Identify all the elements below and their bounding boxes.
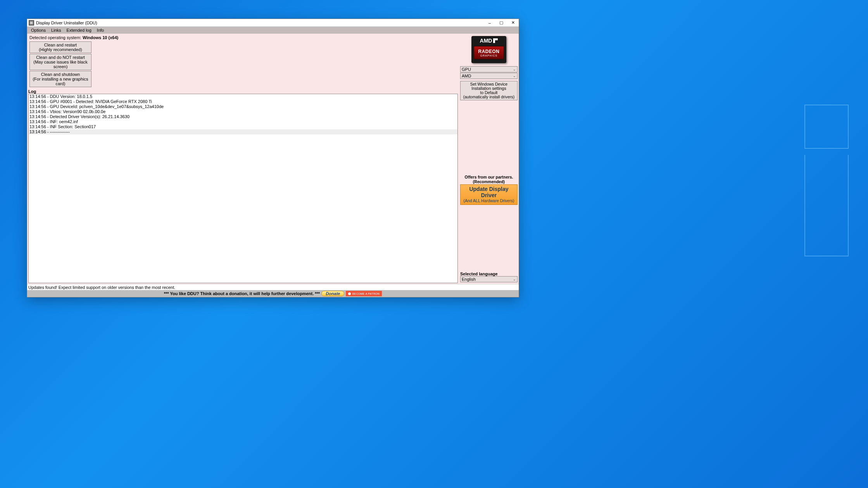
language-value: English [462,277,476,282]
log-entry[interactable]: 13:14:56 - DDU Version: 18.0.1.5 [29,94,457,99]
vendor-dropdown[interactable]: AMD ⌄ [460,73,518,79]
btn-line2: (Highly recommended) [30,47,91,52]
desktop-windows-logo [748,105,849,201]
log-entry[interactable]: 13:14:56 - GPU #0001 - Detected: NVIDIA … [29,99,457,104]
btn-line2: (May cause issues like black screen) [30,60,91,69]
device-type-value: GPU [462,67,471,72]
btn-line2: (For installing a new graphics card) [30,77,91,86]
set-defaults-button[interactable]: Set Windows Device Installation settings… [460,81,518,100]
donate-button[interactable]: Donate [321,291,344,296]
btn-line1: Clean and restart [30,43,91,47]
chevron-down-icon: ⌄ [513,67,516,71]
log-label: Log [28,89,458,94]
donate-message: *** You like DDU? Think about a donation… [164,291,320,296]
titlebar: Display Driver Uninstaller (DDU) – ▢ ✕ [27,19,519,27]
chevron-down-icon: ⌄ [513,74,516,78]
status-text: Updates found! Expect limited support on… [28,285,175,290]
minimize-button[interactable]: – [484,19,495,26]
donate-label: Donate [326,291,340,296]
update-driver-button[interactable]: Update Display Driver (And ALL Hardware … [460,184,518,205]
left-column: Detected operating system: Windows 10 (x… [27,34,459,284]
log-entry[interactable]: 13:14:56 - INF Section: Section017 [29,124,457,129]
app-icon [29,20,34,26]
log-entry[interactable]: 13:14:56 - INF: oem42.inf [29,119,457,124]
menu-extended-log[interactable]: Extended log [64,27,94,34]
clean-and-restart-button[interactable]: Clean and restart (Highly recommended) [29,41,91,53]
chevron-down-icon: ⌄ [513,277,516,281]
menu-options[interactable]: Options [28,27,48,34]
update-line2: (And ALL Hardware Drivers) [461,198,516,203]
patreon-button[interactable]: BECOME A PATRON [346,291,382,296]
statusbar: Updates found! Expect limited support on… [27,284,519,290]
menu-info[interactable]: Info [94,27,107,34]
btn-line1: Clean and shutdown [30,72,91,77]
menubar: Options Links Extended log Info [27,27,519,34]
footer-bar: *** You like DDU? Think about a donation… [27,290,519,297]
language-label: Selected language [460,271,518,276]
clean-no-restart-button[interactable]: Clean and do NOT restart (May cause issu… [29,54,91,70]
btn-line1: Clean and do NOT restart [30,55,91,60]
window-controls: – ▢ ✕ [484,19,519,26]
detected-os: Detected operating system: Windows 10 (x… [29,35,458,40]
close-button[interactable]: ✕ [507,19,519,26]
maximize-button[interactable]: ▢ [495,19,507,26]
log-entry[interactable]: 13:14:56 - GPU DeviceId: pci\ven_10de&de… [29,104,457,109]
amd-arrow-icon [493,38,498,43]
detected-os-value: Windows 10 (x64) [83,35,118,40]
patreon-icon [348,292,351,295]
log-entry[interactable]: 13:14:56 - Detected Driver Version(s): 2… [29,114,457,119]
log-entry[interactable]: 13:14:56 - Vbios: Version90 02.0b.00.0e [29,109,457,114]
content-area: Detected operating system: Windows 10 (x… [27,34,519,284]
patreon-label: BECOME A PATRON [352,292,380,295]
update-line1: Update Display Driver [461,186,516,198]
set-defaults-line1: Set Windows Device Installation settings [461,82,516,91]
vendor-logo: AMD RADEON GRAPHICS [471,36,506,63]
window-title: Display Driver Uninstaller (DDU) [36,21,97,25]
detected-os-label: Detected operating system: [29,35,83,40]
right-column: AMD RADEON GRAPHICS GPU ⌄ AMD ⌄ Set W [459,34,519,284]
offers-label: Offers from our partners. (Recommended) [460,175,518,184]
vendor-value: AMD [462,74,471,78]
device-type-dropdown[interactable]: GPU ⌄ [460,66,518,72]
radeon-text: RADEON [478,49,499,54]
svg-rect-1 [30,22,33,24]
log-list[interactable]: 13:14:56 - DDU Version: 18.0.1.513:14:56… [28,94,458,283]
language-dropdown[interactable]: English ⌄ [460,276,518,282]
amd-text: AMD [480,38,492,44]
log-entry[interactable]: 13:14:56 - -------------- [29,129,457,134]
set-defaults-line3: (automatically install drivers) [461,95,516,99]
graphics-text: GRAPHICS [480,54,498,57]
app-window: Display Driver Uninstaller (DDU) – ▢ ✕ O… [27,19,519,297]
clean-and-shutdown-button[interactable]: Clean and shutdown (For installing a new… [29,71,91,87]
menu-links[interactable]: Links [48,27,64,34]
